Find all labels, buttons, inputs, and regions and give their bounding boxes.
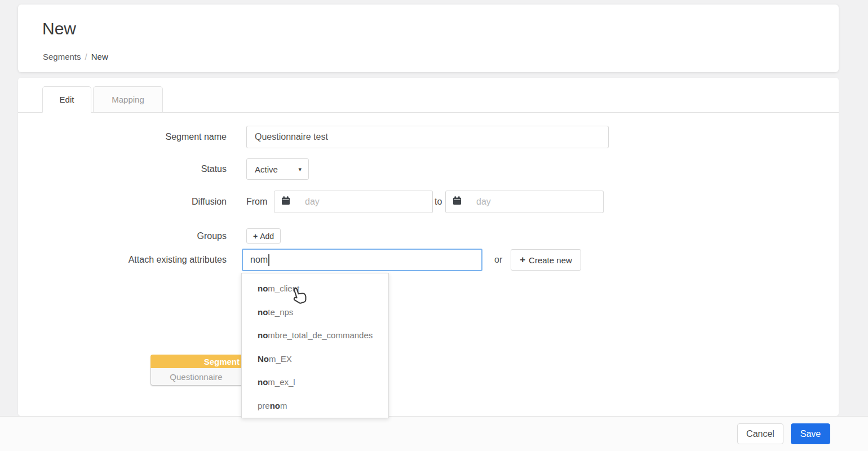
attributes-label: Attach existing attributes (51, 249, 227, 271)
autocomplete-option-nombre-total-de-commandes[interactable]: nombre_total_de_commandes (242, 324, 388, 347)
status-selected-value: Active (247, 165, 278, 174)
tab-edit[interactable]: Edit (42, 86, 91, 113)
tab-bar: Edit Mapping (18, 86, 839, 113)
attributes-autocomplete-dropdown: nom_client note_nps nombre_total_de_comm… (241, 273, 389, 418)
text-cursor (268, 254, 269, 266)
status-label: Status (51, 158, 227, 180)
breadcrumb-current: New (91, 52, 108, 61)
diffusion-label: Diffusion (51, 191, 227, 213)
groups-label: Groups (51, 228, 227, 244)
to-date-input[interactable] (468, 191, 604, 213)
autocomplete-option-nom-ex[interactable]: Nom_EX (242, 347, 388, 371)
breadcrumb-separator: / (85, 52, 87, 61)
calendar-icon (281, 196, 291, 208)
status-select[interactable]: Active ▾ (246, 158, 309, 180)
segment-name-label: Segment name (51, 126, 227, 148)
add-group-button[interactable]: + Add (246, 228, 281, 244)
save-button[interactable]: Save (791, 423, 830, 444)
segment-mapping-card[interactable]: Segment Questionnaire (150, 355, 241, 386)
segment-card-header: Segment (150, 355, 241, 368)
attributes-search-input[interactable]: nom (242, 249, 482, 271)
cancel-button[interactable]: Cancel (737, 423, 783, 444)
segment-card-body: Questionnaire (150, 368, 241, 386)
plus-icon: + (253, 232, 258, 241)
create-new-button-label: Create new (529, 255, 572, 265)
form-card: Edit Mapping Segment name Status Active … (18, 78, 839, 416)
breadcrumb-parent[interactable]: Segments (43, 52, 81, 61)
autocomplete-option-note-nps[interactable]: note_nps (242, 300, 388, 324)
autocomplete-option-nom-client[interactable]: nom_client (242, 277, 388, 300)
diffusion-to-label: to (435, 191, 442, 213)
autocomplete-option-prenom[interactable]: prenom (242, 394, 388, 418)
tab-mapping[interactable]: Mapping (93, 86, 163, 113)
footer-action-bar: Cancel Save (0, 416, 868, 451)
segment-name-input[interactable] (246, 126, 609, 148)
add-group-button-label: Add (260, 232, 274, 241)
page-title: New (42, 19, 76, 38)
from-date-input[interactable] (297, 191, 433, 213)
autocomplete-option-nom-ex-l[interactable]: nom_ex_l (242, 370, 388, 394)
or-label: or (494, 249, 502, 271)
to-date-picker-button[interactable] (445, 191, 469, 213)
diffusion-from-label: From (246, 191, 267, 213)
from-date-picker-button[interactable] (274, 191, 298, 213)
plus-icon: + (520, 254, 525, 266)
calendar-icon (452, 196, 462, 208)
caret-down-icon: ▾ (298, 166, 308, 173)
create-new-attribute-button[interactable]: + Create new (511, 249, 581, 271)
page-header-card: New Segments/New (18, 5, 839, 72)
attributes-search-value: nom (250, 255, 268, 265)
breadcrumb: Segments/New (43, 52, 108, 61)
